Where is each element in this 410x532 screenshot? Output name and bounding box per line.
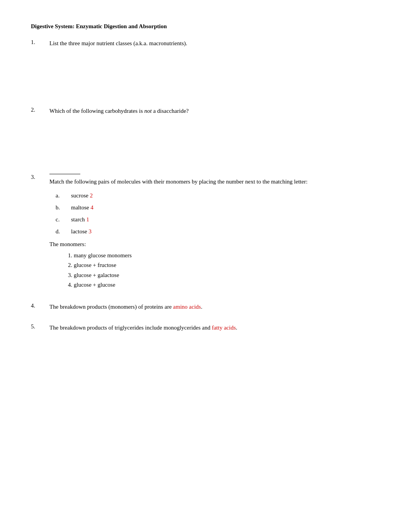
q4-answer: amino acids (173, 304, 201, 310)
monomer-1: 1. many glucose monomers (68, 251, 379, 261)
q3-sub-d: d. lactose 3 (56, 228, 379, 235)
q2-italic: not (144, 108, 152, 114)
q3-sub-a: a. sucrose 2 (56, 192, 379, 199)
q3-sub-b-answer: 4 (90, 204, 93, 211)
q3-sub-c-text: starch 1 (71, 216, 89, 223)
q3-sub-c: c. starch 1 (56, 216, 379, 223)
question-1: 1. List the three major nutrient classes… (31, 39, 379, 94)
question-4: 4. The breakdown products (monomers) of … (31, 303, 379, 311)
q4-content: The breakdown products (monomers) of pro… (49, 303, 379, 311)
q5-content: The breakdown products of triglycerides … (49, 323, 379, 332)
q3-sub-c-word: starch (71, 216, 86, 223)
question-5: 5. The breakdown products of triglycerid… (31, 323, 379, 332)
q2-spacer (49, 115, 379, 161)
q3-sub-c-answer: 1 (86, 216, 90, 223)
q4-text-before: The breakdown products (monomers) of pro… (49, 304, 173, 310)
q1-spacer (49, 48, 379, 94)
q5-text: The breakdown products of triglycerides … (49, 323, 379, 332)
q5-answer: fatty acids (212, 325, 236, 331)
q3-sub-c-label: c. (56, 216, 71, 223)
question-2: 2. Which of the following carbohydrates … (31, 107, 379, 162)
q5-text-before: The breakdown products of triglycerides … (49, 325, 212, 331)
q2-text: Which of the following carbohydrates is … (49, 107, 379, 116)
q3-sub-d-label: d. (56, 228, 71, 235)
q2-number: 2. (31, 107, 49, 113)
q3-text: Match the following pairs of molecules w… (49, 177, 379, 186)
q3-sub-a-label: a. (56, 192, 71, 199)
q1-number: 1. (31, 39, 49, 46)
q4-text: The breakdown products (monomers) of pro… (49, 303, 379, 311)
q3-sub-a-text: sucrose 2 (71, 192, 93, 199)
q1-text: List the three major nutrient classes (a… (49, 39, 379, 48)
page-title: Digestive System: Enzymatic Digestion an… (31, 23, 379, 30)
q3-sub-b-label: b. (56, 204, 71, 211)
monomer-3: 3. glucose + galactose (68, 270, 379, 280)
q3-monomers-list: 1. many glucose monomers 2. glucose + fr… (68, 251, 379, 290)
q3-sub-d-answer: 3 (88, 228, 91, 235)
q3-monomers-section: The monomers: 1. many glucose monomers 2… (49, 241, 379, 290)
q3-sub-b-word: maltose (71, 204, 90, 211)
q3-content: Match the following pairs of molecules w… (49, 174, 379, 290)
monomer-4: 4. glucose + glucose (68, 280, 379, 290)
q3-sub-b: b. maltose 4 (56, 204, 379, 211)
q5-number: 5. (31, 323, 49, 330)
q3-sub-a-word: sucrose (71, 192, 90, 199)
q2-text-after: a disaccharide? (152, 108, 189, 114)
q3-sub-a-answer: 2 (90, 192, 93, 199)
q2-content: Which of the following carbohydrates is … (49, 107, 379, 162)
q3-sub-d-word: lactose (71, 228, 88, 235)
monomer-2: 2. glucose + fructose (68, 260, 379, 270)
q5-text-after: . (236, 325, 237, 331)
q1-content: List the three major nutrient classes (a… (49, 39, 379, 94)
q4-number: 4. (31, 303, 49, 309)
q3-number: 3. (31, 174, 49, 180)
q3-monomers-label: The monomers: (49, 241, 379, 248)
q3-sub-list: a. sucrose 2 b. maltose 4 c. starch 1 d. (56, 192, 379, 235)
q3-underline (49, 174, 80, 174)
q3-sub-d-text: lactose 3 (71, 228, 91, 235)
q3-sub-b-text: maltose 4 (71, 204, 93, 211)
q2-text-before: Which of the following carbohydrates is (49, 108, 144, 114)
question-3: 3. Match the following pairs of molecule… (31, 174, 379, 290)
q4-text-after: . (201, 304, 202, 310)
